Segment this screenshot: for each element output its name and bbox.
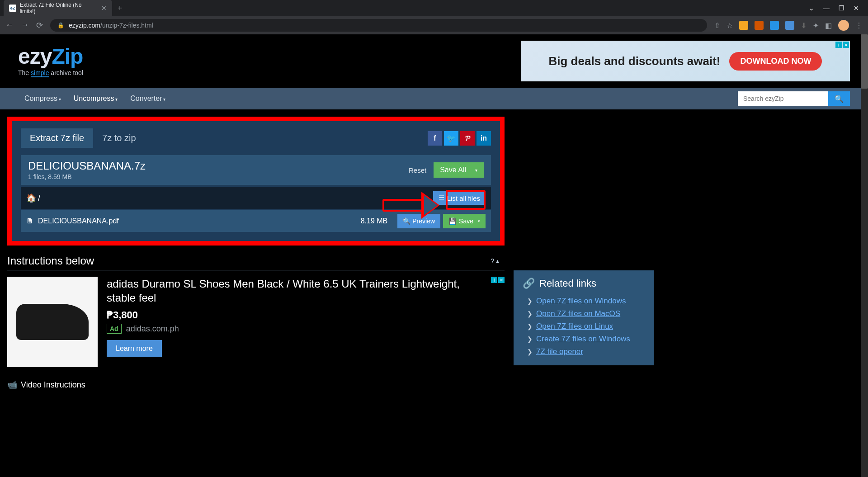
lock-icon: 🔒: [57, 22, 64, 28]
nav-uncompress[interactable]: Uncompress: [67, 89, 124, 108]
save-all-label: Save All: [440, 166, 466, 174]
ad-product-title: adidas Duramo SL Shoes Men Black / White…: [107, 277, 491, 305]
ad-banner-cta[interactable]: DOWNLOAD NOW: [729, 52, 822, 71]
reset-link[interactable]: Reset: [409, 166, 426, 174]
ad-info-icon[interactable]: i: [835, 42, 842, 48]
chevron-right-icon: ❯: [527, 348, 533, 355]
logo-text-2: Zip: [52, 44, 83, 68]
close-tab-icon[interactable]: ✕: [101, 5, 107, 12]
related-item: ❯Open 7Z files on Linux: [527, 320, 645, 333]
scrollbar-thumb[interactable]: [861, 34, 868, 89]
url-domain: ezyzip.com: [69, 22, 100, 29]
minimize-icon[interactable]: —: [823, 5, 830, 12]
list-all-files-button[interactable]: ☰List all files: [433, 191, 486, 205]
file-count: 1 files, 8.59 MB: [28, 173, 146, 180]
download-icon[interactable]: ⬇: [801, 21, 807, 30]
url-bar[interactable]: 🔒 ezyzip.com/unzip-7z-files.html: [50, 19, 707, 32]
share-icon[interactable]: ⇧: [714, 21, 720, 30]
related-links-title: 🔗Related links: [523, 278, 645, 289]
chevron-down-icon[interactable]: ⌄: [809, 5, 814, 12]
forward-button[interactable]: →: [21, 20, 29, 30]
video-instructions-heading: 📹 Video Instructions: [7, 376, 505, 393]
twitter-icon[interactable]: 🐦: [444, 131, 458, 146]
tab-extract-7z[interactable]: Extract 7z file: [21, 128, 93, 148]
related-link[interactable]: Open 7Z files on Linux: [536, 322, 613, 331]
save-button[interactable]: 💾Save: [443, 214, 486, 228]
file-size: 8.19 MB: [354, 214, 394, 228]
ad-advertiser: adidas.com.ph: [126, 324, 179, 334]
tab-title: Extract 7z File Online (No limits!): [20, 2, 98, 14]
related-item: ❯Create 7Z files on Windows: [527, 333, 645, 345]
save-all-button[interactable]: Save All: [434, 162, 484, 178]
logo-text-1: ezy: [18, 44, 52, 68]
tab-7z-to-zip[interactable]: 7z to zip: [93, 128, 145, 148]
new-tab-button[interactable]: +: [118, 4, 123, 13]
chevron-right-icon: ❯: [527, 323, 533, 330]
related-links-panel: 🔗Related links ❯Open 7Z files on Windows…: [514, 270, 654, 365]
bookmark-icon[interactable]: ☆: [726, 21, 733, 30]
related-item: ❯7Z file opener: [527, 345, 645, 358]
maximize-icon[interactable]: ❐: [839, 5, 844, 12]
nav-compress[interactable]: Compress: [18, 89, 67, 108]
chevron-right-icon: ❯: [527, 335, 533, 343]
home-icon[interactable]: 🏠: [26, 193, 36, 203]
close-window-icon[interactable]: ✕: [854, 5, 859, 12]
file-icon: 🗎: [26, 217, 33, 225]
pinterest-icon[interactable]: 𝓟: [460, 131, 475, 146]
logo-tagline-em: simple: [31, 69, 49, 77]
related-link[interactable]: Open 7Z files on Windows: [536, 297, 626, 306]
sidepanel-icon[interactable]: ◧: [825, 21, 832, 30]
related-title-text: Related links: [539, 278, 596, 289]
reload-button[interactable]: ⟳: [36, 20, 43, 30]
preview-button[interactable]: 🔍Preview: [397, 214, 440, 228]
extension-icon-2[interactable]: [755, 21, 764, 30]
file-row: 🗎 DELICIOUSBANANA.pdf 8.19 MB 🔍Preview 💾…: [21, 210, 491, 232]
profile-avatar[interactable]: [838, 20, 849, 31]
scrollbar[interactable]: [861, 34, 868, 477]
linkedin-icon[interactable]: in: [476, 131, 491, 146]
ad-close-icon[interactable]: ✕: [498, 277, 505, 283]
url-path: /unzip-7z-files.html: [100, 22, 153, 29]
learn-more-button[interactable]: Learn more: [107, 340, 162, 357]
instructions-toggle[interactable]: ? ▴: [491, 257, 499, 264]
tab-bar: eZ Extract 7z File Online (No limits!) ✕…: [0, 0, 868, 16]
window-controls: ⌄ — ❐ ✕: [809, 5, 864, 12]
save-label: Save: [459, 217, 473, 225]
related-link[interactable]: Create 7Z files on Windows: [536, 335, 630, 344]
browser-tab[interactable]: eZ Extract 7z File Online (No limits!) ✕: [4, 0, 112, 17]
ad-product[interactable]: i✕ adidas Duramo SL Shoes Men Black / Wh…: [7, 277, 505, 367]
list-icon: ☰: [439, 194, 444, 202]
facebook-icon[interactable]: f: [428, 131, 442, 146]
ad-label: Ad: [107, 324, 122, 334]
site-logo[interactable]: ezyZip The simple archive tool: [18, 46, 83, 76]
chevron-right-icon: ❯: [527, 298, 533, 305]
extension-icon-3[interactable]: [770, 21, 779, 30]
list-all-files-label: List all files: [447, 194, 480, 202]
search-input[interactable]: [738, 91, 828, 106]
extensions-icon[interactable]: ✦: [813, 21, 819, 30]
video-instructions-label: Video Instructions: [21, 380, 85, 390]
ad-info-icon[interactable]: i: [491, 277, 497, 283]
extension-icon-1[interactable]: [739, 21, 748, 30]
main-nav: Compress Uncompress Converter 🔍: [0, 88, 868, 109]
instructions-title: Instructions below: [7, 255, 94, 267]
menu-icon[interactable]: ⋮: [855, 21, 863, 30]
back-button[interactable]: ←: [5, 20, 14, 30]
link-icon: 🔗: [523, 278, 535, 289]
nav-converter[interactable]: Converter: [124, 89, 172, 108]
logo-tagline-post: archive tool: [49, 69, 83, 76]
breadcrumb-slash: /: [38, 194, 40, 203]
magnifier-icon: 🔍: [403, 217, 410, 225]
chevron-right-icon: ❯: [527, 310, 533, 317]
ad-close-icon[interactable]: ✕: [843, 42, 849, 48]
related-link[interactable]: Open 7Z files on MacOS: [536, 309, 620, 318]
related-link[interactable]: 7Z file opener: [536, 347, 583, 356]
extension-icon-4[interactable]: [785, 21, 794, 30]
ad-banner[interactable]: i✕ Big deals and discounts await! DOWNLO…: [521, 41, 850, 81]
search-button[interactable]: 🔍: [828, 91, 850, 106]
related-item: ❯Open 7Z files on Windows: [527, 295, 645, 307]
video-icon: 📹: [7, 380, 17, 390]
ad-banner-text: Big deals and discounts await!: [549, 54, 721, 68]
logo-tagline-pre: The: [18, 69, 31, 76]
preview-label: Preview: [412, 217, 435, 225]
